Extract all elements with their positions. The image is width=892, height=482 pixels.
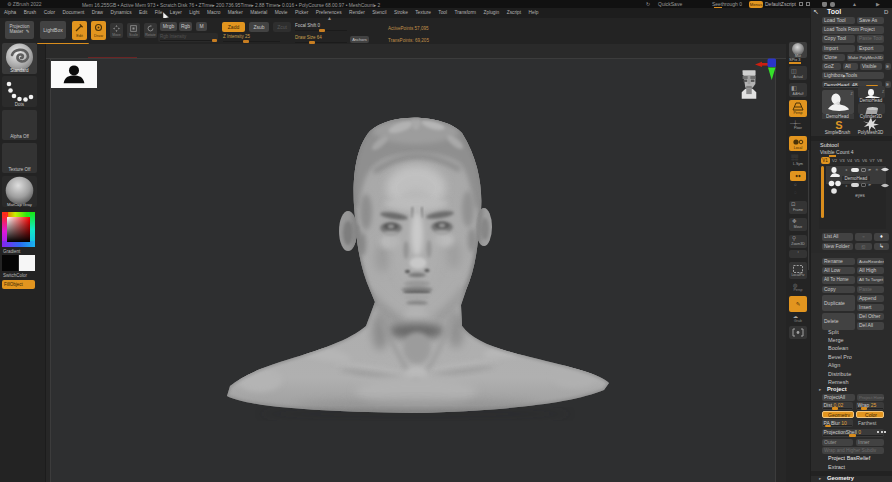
svg-text:Standard: Standard: [10, 68, 29, 73]
svg-text:MatCap Gray: MatCap Gray: [7, 202, 33, 207]
svg-text:Dots: Dots: [15, 102, 25, 107]
svg-text:Z: Z: [882, 90, 885, 94]
svg-text:Z: Z: [850, 92, 853, 96]
svg-text:S: S: [835, 119, 842, 130]
